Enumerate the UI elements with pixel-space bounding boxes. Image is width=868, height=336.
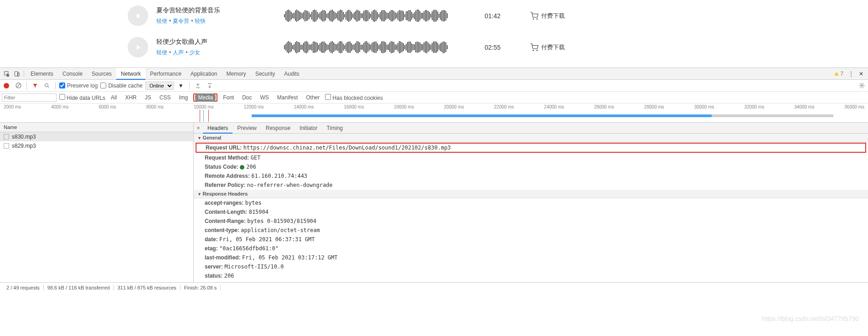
request-item[interactable]: s829.mp3 (0, 141, 193, 150)
more-icon[interactable]: ⋮ (846, 69, 856, 79)
tick: 12000 ms (244, 104, 264, 109)
search-icon[interactable] (42, 81, 52, 90)
filter-type-media[interactable]: Media (195, 93, 216, 102)
blocked-cookies-checkbox[interactable]: Has blocked cookies (325, 94, 382, 101)
status-transferred: 98.6 kB / 116 kB transferred (44, 285, 114, 290)
status-finish: Finish: 26.08 s (181, 285, 221, 290)
inspect-icon[interactable] (2, 69, 12, 79)
status-code-row: Status Code: 206 (194, 162, 868, 171)
filter-type-other[interactable]: Other (303, 93, 322, 102)
devtools-panel: ElementsConsoleSourcesNetworkPerformance… (0, 67, 868, 292)
referrer-policy-row: Referrer Policy: no-referrer-when-downgr… (194, 181, 868, 190)
svg-point-9 (861, 85, 862, 86)
export-icon[interactable] (205, 81, 214, 90)
preserve-log-checkbox[interactable]: Preserve log (59, 83, 98, 89)
close-icon[interactable]: ✕ (856, 69, 866, 79)
svg-point-2 (533, 50, 534, 51)
audio-row: 轻便少女歌曲人声 轻便•人声•少女 02:55 付费下载 (0, 31, 868, 63)
clear-icon[interactable] (14, 81, 23, 90)
devtools-tabbar: ElementsConsoleSourcesNetworkPerformance… (0, 68, 868, 80)
tab-sources[interactable]: Sources (87, 68, 116, 80)
timeline[interactable]: 2000 ms4000 ms6000 ms8000 ms10000 ms1200… (0, 103, 868, 123)
filter-type-css[interactable]: CSS (157, 93, 174, 102)
tick: 34000 ms (794, 104, 814, 109)
tab-audits[interactable]: Audits (279, 68, 304, 80)
detail-tab-headers[interactable]: Headers (203, 123, 232, 134)
waveform[interactable] (284, 41, 457, 54)
close-detail-icon[interactable]: × (194, 125, 203, 131)
request-detail: × HeadersPreviewResponseInitiatorTiming … (194, 123, 868, 282)
filter-type-xhr[interactable]: XHR (122, 93, 139, 102)
section-response-headers[interactable]: Response Headers (194, 190, 868, 198)
response-header-row: Content-Length: 815904 (194, 207, 868, 217)
response-header-row: status: 206 (194, 271, 868, 280)
filter-type-js[interactable]: JS (142, 93, 154, 102)
settings-icon[interactable] (857, 81, 866, 90)
request-item[interactable]: s830.mp3 (0, 132, 193, 141)
tab-network[interactable]: Network (116, 68, 145, 80)
tick: 6000 ms (98, 104, 116, 109)
response-header-row: etag: "0ac16656dfbd61:0" (194, 244, 868, 253)
column-header-name[interactable]: Name (0, 123, 193, 132)
tick: 14000 ms (294, 104, 314, 109)
request-url-row: Request URL: https://downsc.chinaz.net/F… (196, 143, 866, 153)
tick: 30000 ms (694, 104, 714, 109)
record-icon[interactable] (2, 81, 11, 90)
track-title: 轻便少女歌曲人声 (156, 38, 284, 46)
filter-type-all[interactable]: All (108, 93, 119, 102)
track-tags: 轻便•人声•少女 (156, 49, 284, 57)
response-header-row: date: Fri, 05 Feb 2021 06:37:31 GMT (194, 235, 868, 244)
device-icon[interactable] (12, 69, 22, 79)
status-bar: 2 / 49 requests 98.6 kB / 116 kB transfe… (0, 282, 868, 292)
detail-tabs: × HeadersPreviewResponseInitiatorTiming (194, 123, 868, 134)
throttling-select[interactable]: Online (145, 82, 174, 90)
response-header-row: accept-ranges: bytes (194, 198, 868, 207)
tag-link[interactable]: 轻便 (156, 49, 167, 56)
detail-tab-response[interactable]: Response (261, 123, 295, 134)
download-button[interactable]: 付费下载 (530, 43, 565, 52)
tab-security[interactable]: Security (251, 68, 279, 80)
filter-bar: Hide data URLs AllXHRJSCSSImgMediaFontDo… (0, 92, 868, 103)
play-button[interactable] (128, 5, 148, 26)
response-header-row: Content-Range: bytes 0-815903/815904 (194, 217, 868, 226)
status-requests: 2 / 49 requests (3, 285, 44, 290)
download-button[interactable]: 付费下载 (530, 12, 565, 20)
tab-memory[interactable]: Memory (222, 68, 251, 80)
tick: 8000 ms (146, 104, 164, 109)
tab-elements[interactable]: Elements (26, 68, 58, 80)
tag-link[interactable]: 人声 (173, 49, 184, 56)
tick: 22000 ms (494, 104, 514, 109)
tick: 24000 ms (544, 104, 564, 109)
play-button[interactable] (128, 37, 148, 57)
hide-urls-checkbox[interactable]: Hide data URLs (59, 94, 105, 101)
detail-tab-initiator[interactable]: Initiator (295, 123, 322, 134)
audio-list: 夏令营轻便的背景音乐 轻便•夏令营•轻快 01:42 付费下载 轻便少女歌曲人声… (0, 0, 868, 67)
tag-link[interactable]: 轻快 (195, 18, 206, 24)
tag-link[interactable]: 轻便 (156, 18, 167, 24)
section-general[interactable]: General (194, 134, 868, 142)
warnings-badge[interactable]: 7 (834, 71, 843, 77)
status-resources: 311 kB / 875 kB resources (114, 285, 181, 290)
waveform[interactable] (284, 9, 457, 23)
import-icon[interactable] (193, 81, 202, 90)
tab-console[interactable]: Console (58, 68, 87, 80)
tab-application[interactable]: Application (186, 68, 222, 80)
filter-icon[interactable] (31, 81, 40, 90)
tab-performance[interactable]: Performance (145, 68, 186, 80)
filter-type-doc[interactable]: Doc (239, 93, 254, 102)
filter-type-ws[interactable]: WS (258, 93, 272, 102)
filter-type-img[interactable]: Img (176, 93, 191, 102)
filter-type-font[interactable]: Font (220, 93, 237, 102)
tag-link[interactable]: 夏令营 (173, 18, 189, 24)
detail-tab-timing[interactable]: Timing (322, 123, 347, 134)
offline-icon[interactable]: ▼ (176, 81, 186, 90)
filter-type-manifest[interactable]: Manifest (274, 93, 300, 102)
disable-cache-checkbox[interactable]: Disable cache (100, 83, 142, 89)
tick: 28000 ms (644, 104, 664, 109)
tick: 10000 ms (194, 104, 214, 109)
tick: 16000 ms (344, 104, 364, 109)
detail-tab-preview[interactable]: Preview (232, 123, 261, 134)
tick: 2000 ms (4, 104, 21, 109)
filter-input[interactable] (2, 93, 57, 102)
tag-link[interactable]: 少女 (189, 49, 200, 56)
